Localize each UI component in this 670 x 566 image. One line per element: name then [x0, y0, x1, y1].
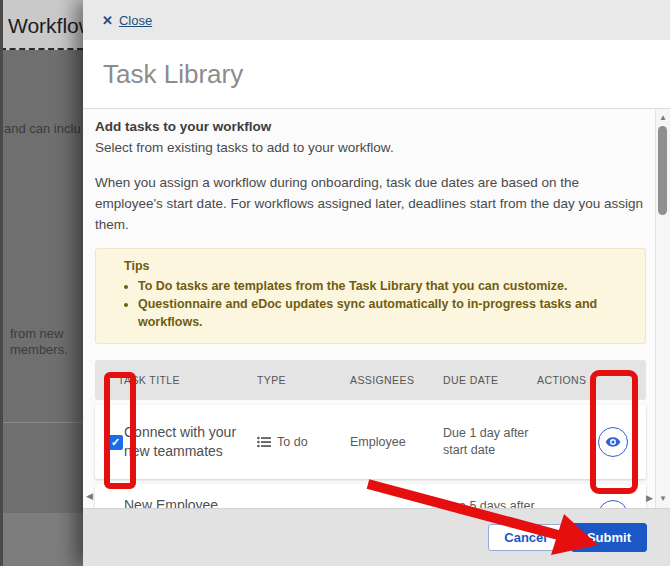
preview-task-button[interactable] — [598, 427, 628, 457]
tips-title: Tips — [124, 259, 631, 273]
close-label: Close — [119, 13, 152, 28]
checkmark-icon: ✓ — [111, 436, 120, 449]
task-assignees: Employee — [350, 435, 443, 449]
task-title: New Employee Questionnaire — [124, 496, 257, 508]
intro-subheading: Select from existing tasks to add to you… — [95, 140, 646, 155]
background-page-title: Workflow — [8, 14, 83, 38]
task-type-label: To do — [277, 435, 308, 449]
task-library-modal: ✕ Close Task Library Add tasks to your w… — [83, 0, 670, 566]
column-header-task-title: TASK TITLE — [95, 374, 257, 386]
modal-topbar: ✕ Close — [83, 0, 670, 40]
task-table: TASK TITLE TYPE ASSIGNEES DUE DATE ACTIO… — [95, 360, 646, 508]
table-row: ✓ New Employee Questionnaire Questionnai… — [95, 484, 646, 508]
task-table-header: TASK TITLE TYPE ASSIGNEES DUE DATE ACTIO… — [95, 360, 646, 400]
intro-paragraph: When you assign a workflow during onboar… — [95, 173, 648, 236]
intro-heading: Add tasks to your workflow — [95, 119, 646, 134]
modal-body: Add tasks to your workflow Select from e… — [83, 109, 656, 508]
close-button[interactable]: ✕ Close — [102, 13, 152, 28]
scrollbar-thumb[interactable] — [658, 126, 667, 215]
task-due-date: Due 5 days after start date — [443, 498, 535, 508]
scroll-left-arrow[interactable]: ◀ — [86, 491, 93, 501]
background-divider — [0, 422, 83, 423]
modal-titlebar: Task Library — [83, 40, 670, 109]
scroll-down-arrow[interactable]: ▼ — [656, 494, 670, 503]
cancel-button[interactable]: Cancel — [488, 524, 563, 551]
preview-task-button[interactable] — [598, 500, 628, 508]
task-due-date: Due 1 day after start date — [443, 425, 535, 460]
submit-button[interactable]: Submit — [571, 523, 647, 552]
tips-list: To Do tasks are templates from the Task … — [110, 277, 631, 331]
column-header-assignees: ASSIGNEES — [350, 374, 443, 386]
row-checkbox[interactable]: ✓ — [108, 435, 123, 450]
vertical-scrollbar[interactable]: ▲ ▼ — [655, 109, 670, 508]
column-header-type: TYPE — [257, 374, 350, 386]
background-left-edge — [0, 0, 3, 566]
background-page-header: Workflow — [0, 0, 83, 50]
background-text-fragment: and can inclu — [4, 121, 87, 136]
task-title: Connect with your new teammates — [124, 423, 257, 461]
tips-box: Tips To Do tasks are templates from the … — [95, 248, 646, 344]
scroll-up-arrow[interactable]: ▲ — [656, 113, 670, 122]
background-text-fragment: from new — [10, 326, 93, 341]
eye-preview-icon — [605, 436, 621, 448]
scroll-right-arrow[interactable]: ▶ — [646, 493, 653, 503]
background-section — [0, 513, 83, 566]
table-row: ✓ Connect with your new teammates To do … — [95, 405, 646, 479]
modal-title: Task Library — [83, 59, 243, 90]
column-header-due-date: DUE DATE — [443, 374, 537, 386]
modal-footer: Cancel Submit — [83, 508, 670, 566]
tips-item: To Do tasks are templates from the Task … — [138, 277, 631, 295]
tips-item: Questionnaire and eDoc updates sync auto… — [138, 295, 631, 331]
column-header-actions: ACTIONS — [537, 374, 646, 386]
todo-list-icon — [257, 436, 271, 448]
background-text-fragment: members. — [10, 342, 93, 357]
close-icon: ✕ — [102, 13, 113, 28]
